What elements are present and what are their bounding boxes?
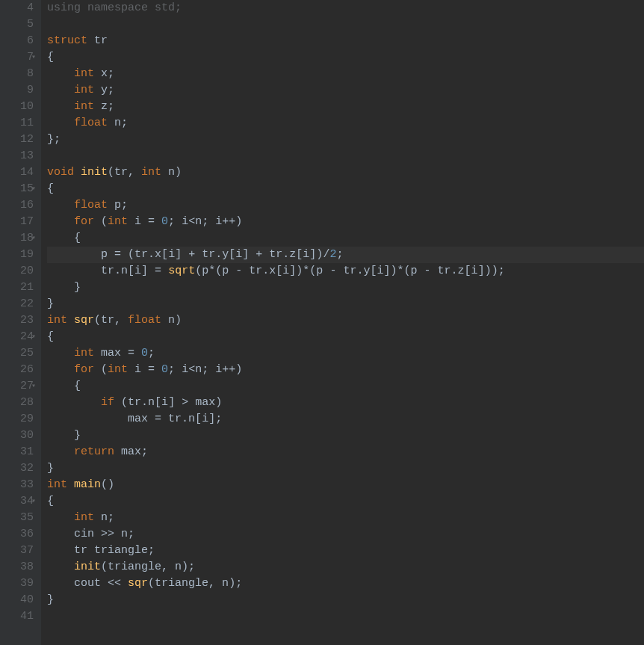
token-num: 0 (141, 347, 148, 359)
code-line[interactable] (47, 148, 644, 164)
line-number: 33 (0, 477, 34, 493)
token-punct: { (74, 232, 81, 244)
token-punct: ; (148, 347, 155, 359)
code-line[interactable]: } (47, 428, 644, 444)
code-line[interactable]: int sqr(tr, float n) (47, 312, 644, 329)
code-line[interactable]: float n; (47, 115, 644, 132)
token-punct: ) (235, 215, 242, 228)
code-line[interactable]: { (47, 493, 644, 510)
token-punct: ; (108, 511, 114, 524)
token-punct: } (74, 429, 81, 442)
token-op: << (108, 577, 128, 590)
token-ident (47, 528, 74, 540)
code-line[interactable] (47, 608, 644, 625)
code-line[interactable]: cout << sqr(triangle, n); (47, 575, 644, 592)
token-punct: [ (296, 248, 303, 261)
token-punct: { (74, 380, 81, 392)
line-number: 41 (0, 608, 34, 625)
code-line[interactable]: { (47, 329, 644, 345)
code-line[interactable]: }; (47, 132, 644, 148)
code-line[interactable]: using namespace std; (47, 0, 644, 16)
code-line[interactable]: int y; (47, 82, 644, 99)
code-line[interactable]: } (47, 592, 644, 608)
code-line[interactable]: init(triangle, n); (47, 559, 644, 575)
line-number: 18▾ (0, 230, 34, 247)
code-line[interactable]: } (47, 296, 644, 312)
code-line[interactable]: cin >> n; (47, 526, 644, 543)
token-ident (47, 561, 74, 573)
token-punct: ])); (478, 265, 505, 277)
token-ident: n (168, 166, 175, 179)
token-ident: n (121, 528, 128, 540)
code-editor[interactable]: 4567▾89101112131415▾161718▾192021222324▾… (0, 0, 644, 645)
token-punct: ] (141, 265, 155, 277)
code-line[interactable]: } (47, 280, 644, 296)
token-ident: x (155, 248, 161, 261)
token-punct: . (451, 265, 458, 277)
code-line[interactable]: int z; (47, 99, 644, 115)
token-kw: namespace (87, 1, 155, 14)
token-ident: p (316, 265, 329, 277)
line-number: 34▾ (0, 493, 34, 510)
code-line[interactable]: return max; (47, 444, 644, 460)
token-punct: . (141, 396, 148, 409)
token-ident: tr (101, 265, 114, 277)
code-line[interactable]: if (tr.n[i] > max) (47, 395, 644, 411)
token-punct: ) (235, 363, 242, 376)
code-line[interactable]: float p; (47, 197, 644, 214)
code-line[interactable]: int main() (47, 477, 644, 493)
code-line[interactable]: for (int i = 0; i<n; i++) (47, 362, 644, 378)
token-ident: i (215, 215, 222, 228)
token-punct: ]; (208, 413, 222, 425)
code-line[interactable]: struct tr (47, 33, 644, 49)
token-punct: ( (309, 265, 316, 277)
token-op: < (188, 363, 195, 376)
code-line[interactable]: max = tr.n[i]; (47, 411, 644, 428)
fold-marker-icon[interactable]: ▾ (31, 378, 36, 395)
token-punct: ) (175, 314, 182, 327)
code-line[interactable]: p = (tr.x[i] + tr.y[i] + tr.z[i])/2; (47, 247, 644, 263)
fold-marker-icon[interactable]: ▾ (31, 181, 36, 197)
line-number: 8 (0, 66, 34, 82)
code-line[interactable]: void init(tr, int n) (47, 164, 644, 181)
code-line[interactable]: int x; (47, 66, 644, 82)
token-ident: triangle (155, 577, 208, 590)
code-line[interactable]: for (int i = 0; i<n; i++) (47, 214, 644, 230)
code-line[interactable]: int max = 0; (47, 345, 644, 362)
code-area[interactable]: using namespace std;struct tr{ int x; in… (41, 0, 644, 645)
code-line[interactable]: int n; (47, 510, 644, 526)
token-punct: . (282, 248, 289, 261)
code-line[interactable]: tr.n[i] = sqrt(p*(p - tr.x[i])*(p - tr.y… (47, 263, 644, 280)
code-line[interactable]: { (47, 181, 644, 197)
token-ident: p (101, 248, 114, 261)
token-kw: int (74, 100, 101, 113)
token-ident: i (168, 248, 175, 261)
token-punct: ; (148, 544, 155, 557)
token-ident: max (121, 445, 141, 458)
code-line[interactable]: } (47, 460, 644, 477)
fold-marker-icon[interactable]: ▾ (31, 230, 36, 247)
token-punct: ( (108, 166, 114, 179)
token-op: + (188, 248, 202, 261)
token-kw: float (128, 314, 168, 327)
token-punct: } (47, 593, 54, 606)
token-punct: [ (161, 248, 168, 261)
fold-marker-icon[interactable]: ▾ (31, 329, 36, 345)
token-num: 0 (161, 215, 168, 228)
fold-marker-icon[interactable]: ▾ (31, 493, 36, 510)
token-punct: , (161, 561, 175, 573)
token-ident: n (121, 265, 128, 277)
token-func: sqr (74, 314, 94, 327)
code-line[interactable]: { (47, 230, 644, 247)
line-number: 35 (0, 510, 34, 526)
code-line[interactable] (47, 16, 644, 33)
token-kw: float (74, 199, 114, 212)
token-op: >> (101, 528, 121, 540)
code-line[interactable]: { (47, 378, 644, 395)
token-punct: ( (215, 265, 222, 277)
fold-marker-icon[interactable]: ▾ (31, 49, 36, 66)
token-punct: . (215, 248, 222, 261)
code-line[interactable]: tr triangle; (47, 543, 644, 559)
token-punct: , (128, 166, 141, 179)
code-line[interactable]: { (47, 49, 644, 66)
